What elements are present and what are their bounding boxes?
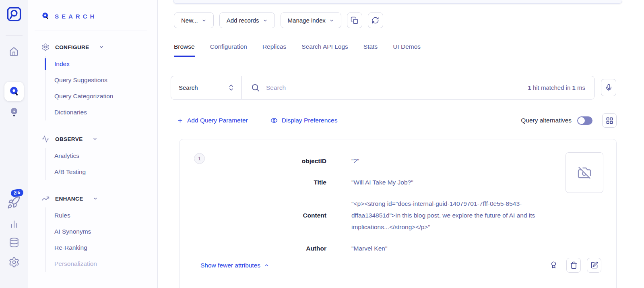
sidebar-item-query-categorization[interactable]: Query Categorization <box>45 88 157 104</box>
refresh-button[interactable] <box>368 12 383 28</box>
search-product-icon <box>41 12 50 20</box>
database-icon[interactable] <box>9 237 19 248</box>
field-row: Title "Will AI Take My Job?" <box>180 176 560 188</box>
sidebar-item-re-ranking[interactable]: Re-Ranking <box>45 240 157 256</box>
sidebar-item-label: Analytics <box>54 152 79 160</box>
hit-actions <box>549 258 601 273</box>
tab-label: Browse <box>174 43 195 50</box>
tab-replicas[interactable]: Replicas <box>262 43 286 57</box>
field-name: Author <box>180 245 326 252</box>
main-content: New... Add records Manage index <box>158 0 644 288</box>
section-configure: CONFIGURE Index Query Suggestions Query … <box>28 43 157 120</box>
section-label: CONFIGURE <box>55 44 89 50</box>
index-toolbar: New... Add records Manage index <box>174 12 383 28</box>
show-fewer-label: Show fewer attributes <box>200 262 260 269</box>
section-label: ENHANCE <box>55 196 83 202</box>
trending-up-icon <box>41 195 50 203</box>
tab-label: Replicas <box>262 43 286 50</box>
manage-index-button[interactable]: Manage index <box>281 12 341 28</box>
index-tabs: Browse Configuration Replicas Search API… <box>174 43 421 57</box>
plus-icon <box>177 118 183 124</box>
tab-ui-demos[interactable]: UI Demos <box>393 43 421 57</box>
sidebar-item-ai-synonyms[interactable]: AI Synonyms <box>45 224 157 240</box>
award-icon <box>549 261 558 269</box>
rocket-icon[interactable] <box>7 196 21 209</box>
sidebar-item-index[interactable]: Index <box>45 56 157 72</box>
sidebar-item-rules[interactable]: Rules <box>45 207 157 224</box>
sidebar-item-label: Personalization <box>54 260 97 267</box>
field-row: Content "<p><strong id="docs-internal-gu… <box>180 198 560 233</box>
search-stats: 1 hit matched in 1 ms <box>528 84 585 91</box>
new-button-label: New... <box>181 17 198 24</box>
copy-index-button[interactable] <box>347 12 362 28</box>
section-label: OBSERVE <box>55 136 83 142</box>
display-preferences-link[interactable]: Display Preferences <box>270 117 338 124</box>
tab-label: Search API Logs <box>301 43 348 50</box>
edit-hit-button[interactable] <box>587 258 601 273</box>
search-icon <box>251 83 260 92</box>
add-records-label: Add records <box>227 17 259 24</box>
search-scope-select[interactable]: Search <box>171 76 242 99</box>
tab-configuration[interactable]: Configuration <box>210 43 247 57</box>
tab-search-api-logs[interactable]: Search API Logs <box>301 43 348 57</box>
chevron-up-icon <box>264 263 269 268</box>
sidebar-item-label: A/B Testing <box>54 168 86 176</box>
microphone-icon <box>605 84 613 91</box>
algolia-logo-icon[interactable] <box>5 5 23 23</box>
hit-count: 1 <box>528 84 531 91</box>
tab-stats[interactable]: Stats <box>363 43 378 57</box>
chevron-down-icon <box>99 45 104 50</box>
search-input[interactable] <box>266 84 522 91</box>
add-records-button[interactable]: Add records <box>219 12 275 28</box>
section-enhance-header[interactable]: ENHANCE <box>41 195 157 203</box>
tab-browse[interactable]: Browse <box>174 43 195 57</box>
section-observe-header[interactable]: OBSERVE <box>41 135 157 143</box>
chevron-down-icon <box>93 196 98 201</box>
field-name: Title <box>180 179 326 186</box>
sidebar-item-ab-testing[interactable]: A/B Testing <box>45 164 157 180</box>
add-query-parameter-link[interactable]: Add Query Parameter <box>177 117 248 124</box>
query-alternatives-label: Query alternatives <box>521 117 572 124</box>
voice-search-button[interactable] <box>601 79 616 96</box>
chevron-down-icon <box>93 137 97 141</box>
section-observe: OBSERVE Analytics A/B Testing <box>28 135 157 180</box>
field-value: "<p><strong id="docs-internal-guid-14079… <box>351 198 560 233</box>
chevron-down-icon <box>263 18 268 23</box>
hit-fields: objectID "2" Title "Will AI Take My Job?… <box>180 139 616 254</box>
copy-icon <box>351 17 358 24</box>
icon-rail: 2/5 <box>0 0 28 288</box>
product-header: SEARCH <box>28 0 157 20</box>
delete-hit-button[interactable] <box>566 258 581 273</box>
trash-icon <box>570 261 578 269</box>
product-title: SEARCH <box>55 13 97 20</box>
sidebar-item-dictionaries[interactable]: Dictionaries <box>45 104 157 120</box>
promote-hit-button[interactable] <box>549 261 558 269</box>
layout-grid-button[interactable] <box>602 113 617 128</box>
activity-icon <box>41 135 50 143</box>
search-icon <box>9 86 20 97</box>
camera-off-icon <box>577 166 592 180</box>
sidebar-item-analytics[interactable]: Analytics <box>45 148 157 164</box>
home-icon[interactable] <box>8 46 19 57</box>
sidebar-item-label: Index <box>54 60 70 68</box>
section-configure-header[interactable]: CONFIGURE <box>41 43 157 51</box>
grid-icon <box>606 117 613 124</box>
settings-icon[interactable] <box>8 257 20 268</box>
search-nav-active[interactable] <box>4 82 24 101</box>
recommend-icon[interactable] <box>9 107 19 118</box>
sidebar-item-label: Re-Ranking <box>54 244 87 251</box>
search-input-wrap: 1 hit matched in 1 ms <box>242 76 594 99</box>
sidebar: SEARCH CONFIGURE Index Query Suggestion <box>28 0 158 288</box>
sidebar-item-label: Query Suggestions <box>54 77 107 84</box>
field-row: objectID "2" <box>180 155 560 167</box>
edit-icon <box>590 261 598 269</box>
sidebar-item-query-suggestions[interactable]: Query Suggestions <box>45 72 157 88</box>
sidebar-item-personalization[interactable]: Personalization <box>45 256 157 272</box>
field-row: Author "Marvel Ken" <box>180 242 560 254</box>
sidebar-item-label: AI Synonyms <box>54 228 91 235</box>
new-button[interactable]: New... <box>174 12 214 28</box>
query-alternatives-toggle[interactable] <box>577 116 592 125</box>
analytics-icon[interactable] <box>9 219 19 229</box>
show-fewer-attributes-link[interactable]: Show fewer attributes <box>200 262 269 269</box>
tab-label: Configuration <box>210 43 247 50</box>
